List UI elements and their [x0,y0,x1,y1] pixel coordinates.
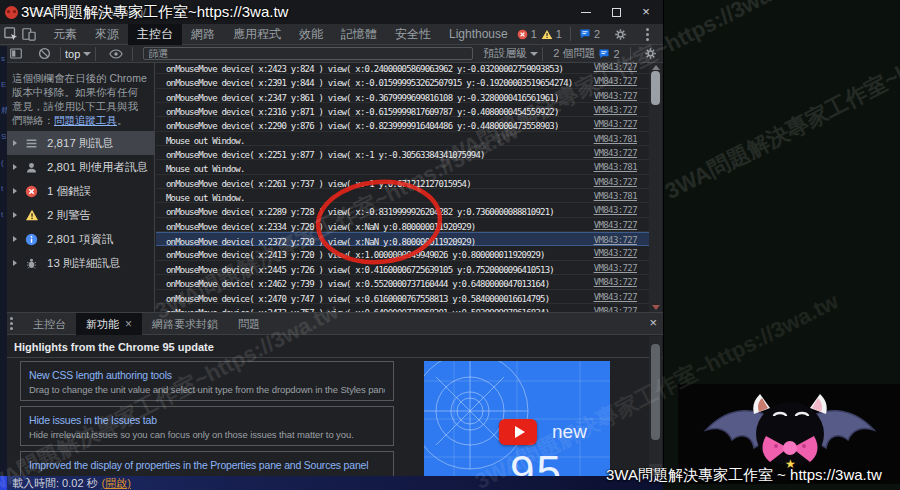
card-title-link[interactable]: Hide issues in the Issues tab [29,414,157,426]
drawer-tab-主控台[interactable]: 主控台 [23,313,76,335]
minimize-button[interactable] [569,0,603,24]
sidebar-item-warning[interactable]: 2 則警告 [0,203,155,227]
source-location-link[interactable]: VM843:727 [594,290,637,304]
warning-badge[interactable]: 1 [541,28,562,40]
drawer-tab-新功能[interactable]: 新功能× [76,313,142,335]
console-settings-gear-icon[interactable] [639,45,663,63]
expand-caret-icon[interactable] [13,236,17,242]
expand-caret-icon[interactable] [13,212,17,218]
tab-Lighthouse[interactable]: Lighthouse [440,24,517,45]
console-log-row[interactable]: onMouseMove device( x:2372 y:720 ) view(… [156,232,649,246]
source-location-link[interactable]: VM843:727 [594,261,637,275]
close-button[interactable]: × [629,0,663,24]
divider [132,47,133,61]
card-description: Drag to change the unit value and select… [29,383,385,396]
console-sidebar-toggle-icon[interactable] [4,45,28,63]
source-location-link[interactable]: VM843:781 [594,189,637,203]
card-title-link[interactable]: New CSS length authoring tools [29,369,172,381]
clear-console-icon[interactable] [32,45,56,63]
source-location-link[interactable]: VM843:727 [594,233,637,247]
source-location-link[interactable]: VM843:781 [594,160,637,174]
tab-效能[interactable]: 效能 [290,24,332,45]
console-log-row[interactable]: onMouseMove device( x:2391 y:844 ) view(… [156,74,649,88]
console-log-row[interactable]: onMouseMove device( x:2445 y:726 ) view(… [156,261,649,275]
whats-new-video-thumbnail[interactable]: new 95 [424,361,610,477]
issues-counter[interactable]: 2 個問題 2 [553,46,619,61]
scroll-down-arrow-icon[interactable] [652,305,660,310]
source-location-link[interactable]: VM843:727 [594,117,637,131]
tab-來源[interactable]: 來源 [86,24,128,45]
console-log-row[interactable]: Mouse out Window.VM843:781 [156,189,649,203]
tab-網路[interactable]: 網路 [182,24,224,45]
divider [95,47,96,61]
drawer-tab-網路要求封鎖[interactable]: 網路要求封鎖 [142,313,228,335]
tab-安全性[interactable]: 安全性 [386,24,440,45]
source-location-link[interactable]: VM843:727 [594,304,637,312]
source-location-link[interactable]: VM843:727 [594,175,637,189]
source-location-link[interactable]: VM843:727 [594,89,637,103]
source-location-link[interactable]: VM843:781 [594,132,637,146]
sidebar-item-user[interactable]: 2,801 則使用者訊息 [0,155,155,179]
filter-input[interactable]: 篩選 [143,47,473,60]
console-log-row[interactable]: onMouseMove device( x:2347 y:861 ) view(… [156,89,649,103]
expand-caret-icon[interactable] [13,140,17,146]
divider [0,357,663,358]
tab-主控台[interactable]: 主控台 [128,24,182,45]
issue-tracker-link[interactable]: 問題追蹤工具 [54,114,117,126]
console-log-row[interactable]: onMouseMove device( x:2289 y:728 ) view(… [156,203,649,217]
scroll-up-arrow-icon[interactable] [652,65,660,70]
card-title-link[interactable]: Improved the display of properties in th… [29,459,368,471]
source-location-link[interactable]: VM843:727 [594,246,637,260]
console-scrollbar[interactable] [649,63,662,312]
context-selector[interactable]: top [65,48,80,60]
console-log-row[interactable]: onMouseMove device( x:2290 y:876 ) view(… [156,117,649,131]
console-log-row[interactable]: onMouseMove device( x:2334 y:720 ) view(… [156,218,649,232]
issues-badge[interactable]: 2 [579,28,600,40]
sidebar-item-list[interactable]: 2,817 則訊息 [0,131,155,155]
tab-應用程式[interactable]: 應用程式 [224,24,290,45]
settings-gear-icon[interactable] [608,25,632,43]
scrollbar-thumb[interactable] [651,71,660,105]
source-location-link[interactable]: VM843:727 [594,103,637,117]
console-log-row[interactable]: Mouse out Window.VM843:781 [156,160,649,174]
sidebar-item-verbose[interactable]: 13 則詳細訊息 [0,251,155,275]
drawer-kebab-icon[interactable] [10,317,13,330]
console-log-row[interactable]: onMouseMove device( x:2251 y:877 ) view(… [156,146,649,160]
source-location-link[interactable]: VM843:727 [594,275,637,289]
console-log-row[interactable]: onMouseMove device( x:2261 y:737 ) view(… [156,175,649,189]
console-log-row[interactable]: onMouseMove device( x:2413 y:720 ) view(… [156,246,649,260]
source-location-link[interactable]: VM843:727 [594,74,637,88]
device-toolbar-icon[interactable] [22,25,36,43]
expand-caret-icon[interactable] [13,164,17,170]
drawer-scrollbar[interactable] [649,336,662,477]
console-log-row[interactable]: onMouseMove device( x:2316 y:871 ) view(… [156,103,649,117]
drawer-close-icon[interactable]: × [649,315,657,330]
maximize-button[interactable] [599,0,633,24]
live-expression-eye-icon[interactable] [104,45,128,63]
tab-close-icon[interactable]: × [125,313,132,335]
tab-記憶體[interactable]: 記憶體 [332,24,386,45]
inspect-icon[interactable] [4,25,18,43]
source-location-link[interactable]: VM843:727 [594,146,637,160]
log-levels-dropdown[interactable]: 預設層級 [483,46,538,61]
source-location-link[interactable]: VM843:727 [594,63,637,74]
source-location-link[interactable]: VM843:727 [594,203,637,217]
tab-元素[interactable]: 元素 [44,24,86,45]
console-log-row[interactable]: onMouseMove device( x:2462 y:739 ) view(… [156,275,649,289]
console-log-row[interactable]: onMouseMove device( x:2470 y:747 ) view(… [156,290,649,304]
sidebar-item-error[interactable]: 1 個錯誤 [0,179,155,203]
console-log-row[interactable]: Mouse out Window.VM843:781 [156,132,649,146]
youtube-play-button[interactable] [499,419,537,445]
expand-caret-icon[interactable] [13,188,17,194]
error-badge[interactable]: 1 [517,28,537,40]
sidebar-item-info[interactable]: 2,801 項資訊 [0,227,155,251]
warning-icon [25,208,39,222]
scrollbar-thumb[interactable] [651,344,660,440]
drawer-tab-問題[interactable]: 問題 [228,313,270,335]
expand-caret-icon[interactable] [13,260,17,266]
console-log-row[interactable]: onMouseMove device( x:2473 y:757 ) view(… [156,304,649,312]
console-log-row[interactable]: onMouseMove device( x:2423 y:824 ) view(… [156,63,649,74]
open-link[interactable]: (開啟) [102,476,131,490]
source-location-link[interactable]: VM843:727 [594,218,637,232]
more-options-kebab-icon[interactable] [646,28,649,41]
